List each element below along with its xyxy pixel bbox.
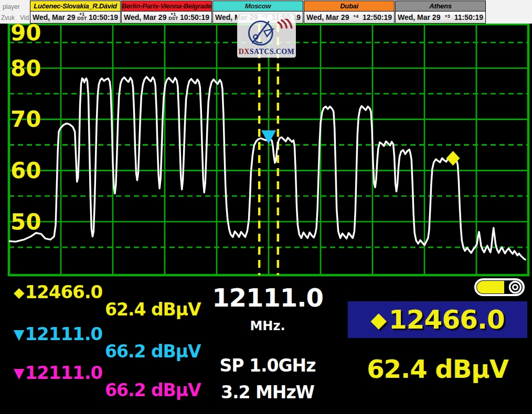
- battery-icon: [474, 278, 526, 297]
- svg-text:50: 50: [10, 209, 41, 235]
- clock-date: Wed, Mar 29: [398, 13, 440, 21]
- clock-athens: Athens Wed, Mar 29 +3 11:50:19: [395, 1, 486, 24]
- active-marker-box: ◆ 12466.0: [348, 301, 527, 338]
- utc-offset: +1DST: [168, 12, 178, 20]
- utc-offset: +3: [444, 14, 450, 18]
- clock-time-value: 10:50:19: [89, 13, 118, 21]
- clock-date: Wed, Mar 29: [33, 13, 75, 21]
- clock-dubai: Dubai Wed, Mar 29 +4 12:50:19: [304, 1, 395, 24]
- clock-city-label: Berlin-Paris-Vienna-Belgrade: [122, 1, 211, 12]
- media-player-menu: player Zvuk Vid: [0, 0, 30, 24]
- clock-berlin: Berlin-Paris-Vienna-Belgrade Wed, Mar 29…: [121, 1, 212, 24]
- svg-text:70: 70: [10, 106, 41, 132]
- utc-offset: +1DST: [77, 12, 87, 20]
- clock-city-label: Lučenec-Slovakia_R.Dávid: [30, 1, 120, 12]
- clock-city-label: Dubai: [304, 1, 394, 12]
- utc-offset: +4: [353, 14, 358, 18]
- clock-city-label: Athens: [396, 1, 485, 12]
- clock-date: Wed, Mar 29: [124, 13, 166, 21]
- clock-time-value: 11:50:19: [454, 13, 483, 21]
- clock-lucenec: Lučenec-Slovakia_R.Dávid Wed, Mar 29 +1D…: [30, 1, 121, 24]
- logo-wordmark: DXSATCS.COM: [239, 48, 294, 56]
- video-menu-item[interactable]: Vid: [20, 14, 29, 21]
- satellite-dish-icon: [240, 19, 293, 48]
- active-marker-frequency: 12466.0: [389, 304, 505, 335]
- svg-text:60: 60: [10, 158, 41, 183]
- player-menu-item[interactable]: player: [3, 3, 20, 10]
- spectrum-chart: 9080706050: [0, 0, 532, 414]
- clock-city-label: Moscow: [213, 1, 303, 12]
- clock-date: Wed, Mar 29: [306, 13, 349, 21]
- audio-menu-item[interactable]: Zvuk: [1, 14, 15, 21]
- clock-time-value: 10:50:19: [180, 13, 209, 21]
- spectrum-analyzer-screen: player Zvuk Vid Lučenec-Slovakia_R.Dávid…: [0, 0, 532, 414]
- clock-time-value: 12:50:19: [363, 13, 392, 21]
- diamond-icon: ◆: [370, 308, 387, 332]
- dxsatcs-logo: DXSATCS.COM: [237, 14, 296, 58]
- svg-text:80: 80: [10, 56, 41, 81]
